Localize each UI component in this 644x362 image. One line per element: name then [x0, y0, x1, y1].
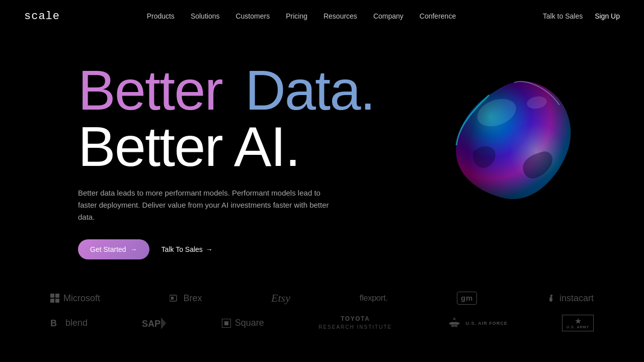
logo-instacart: instacart: [546, 293, 594, 304]
sign-up-link[interactable]: Sign Up: [595, 12, 620, 20]
svg-text:B: B: [50, 318, 57, 328]
air-force-text: U.S. AIR FORCE: [466, 321, 508, 326]
hero-subtitle: Better data leads to more performant mod…: [78, 187, 330, 223]
blend-label: blend: [65, 318, 88, 328]
nav-item-resources[interactable]: Resources: [324, 12, 357, 21]
square-label: Square: [235, 318, 264, 328]
nav-item-customers[interactable]: Customers: [235, 12, 270, 21]
nav-item-solutions[interactable]: Solutions: [191, 12, 220, 21]
hero-actions: Get Started → Talk To Sales →: [78, 239, 620, 259]
toyota-label: TOYOTARESEARCH INSTITUTE: [318, 315, 392, 331]
nav-actions: Talk to Sales Sign Up: [543, 12, 620, 20]
logo-sap: SAP: [142, 316, 167, 331]
hero-word-data: Data.: [245, 59, 375, 122]
sap-icon: SAP: [142, 316, 167, 331]
logo-brex: Brex: [170, 293, 202, 304]
svg-rect-3: [171, 297, 174, 300]
talk-to-sales-link[interactable]: Talk to Sales: [543, 12, 583, 20]
nav-item-products[interactable]: Products: [147, 12, 175, 21]
logo-gm: gm: [457, 292, 477, 305]
svg-text:SAP: SAP: [142, 319, 160, 329]
nav-item-pricing[interactable]: Pricing: [286, 12, 307, 21]
hero-word-better: Better: [78, 59, 222, 122]
logo-flexport: flexport.: [359, 293, 387, 303]
logo-blend: B blend: [50, 318, 88, 328]
customer-logos-section: Microsoft Brex Etsy flexport. gm in: [0, 282, 644, 341]
microsoft-grid-icon: [50, 294, 59, 303]
nav-links: Products Solutions Customers Pricing Res…: [147, 12, 456, 21]
hero-section: Better Data. Better AI.: [0, 32, 644, 282]
logo-row-2: B blend SAP Square TOYOTARESEARCH INSTIT…: [50, 315, 594, 331]
brex-icon: [170, 294, 180, 302]
nav-item-conference[interactable]: Conference: [420, 12, 456, 21]
nav-item-company[interactable]: Company: [373, 12, 404, 21]
air-force-wing-icon: [447, 316, 462, 330]
talk-to-sales-button[interactable]: Talk To Sales →: [162, 245, 213, 253]
gm-label: gm: [461, 294, 473, 302]
microsoft-label: Microsoft: [63, 293, 100, 304]
logo-microsoft: Microsoft: [50, 293, 100, 304]
instacart-carrot-icon: [546, 294, 555, 303]
logo-row-1: Microsoft Brex Etsy flexport. gm in: [50, 292, 594, 305]
brex-label: Brex: [184, 293, 202, 304]
logo-us-air-force: U.S. AIR FORCE: [447, 316, 508, 330]
logo[interactable]: scale: [24, 10, 60, 23]
etsy-label: Etsy: [271, 292, 290, 305]
blend-icon: B: [50, 318, 61, 328]
square-box-icon: [222, 319, 231, 328]
get-started-button[interactable]: Get Started →: [78, 239, 149, 259]
army-box-icon: ★ U.S. ARMY: [562, 315, 594, 331]
square-inner: [224, 321, 228, 325]
flexport-label: flexport.: [359, 293, 387, 303]
logo-toyota: TOYOTARESEARCH INSTITUTE: [318, 315, 392, 331]
hero-blob-illustration: [449, 72, 580, 213]
instacart-label: instacart: [559, 293, 594, 304]
gm-box-icon: gm: [457, 292, 477, 305]
logo-square: Square: [222, 318, 264, 328]
navbar: scale Products Solutions Customers Prici…: [0, 0, 644, 32]
logo-etsy: Etsy: [271, 292, 290, 305]
logo-us-army: ★ U.S. ARMY: [562, 315, 594, 331]
